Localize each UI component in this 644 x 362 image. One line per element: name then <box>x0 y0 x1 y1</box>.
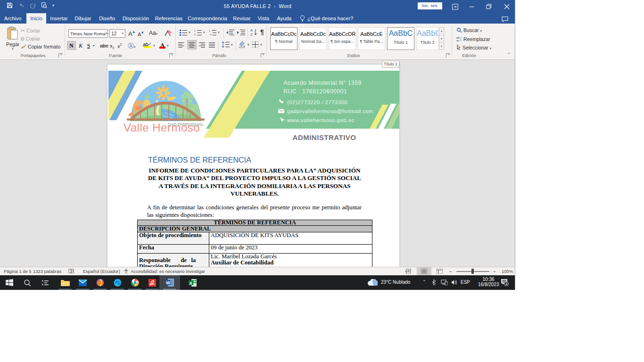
svg-text:W: W <box>166 280 170 285</box>
svg-text:GAD PARROQUIAL: GAD PARROQUIAL <box>168 122 204 127</box>
svg-text:4: 4 <box>505 282 507 286</box>
svg-text:1: 1 <box>209 30 210 33</box>
svg-text:Acuerdo Ministerial N° 1359: Acuerdo Ministerial N° 1359 <box>283 80 362 86</box>
svg-text:A: A <box>250 28 253 33</box>
svg-text:2: 2 <box>194 33 196 36</box>
svg-text:www.vallehermoso.gob.ec: www.vallehermoso.gob.ec <box>287 117 355 123</box>
svg-text:a: a <box>210 33 212 36</box>
svg-text:RUC : 1768120600001: RUC : 1768120600001 <box>283 88 347 95</box>
svg-text:X: X <box>189 280 192 285</box>
svg-text:Z: Z <box>250 33 253 36</box>
svg-text:1: 1 <box>194 29 196 32</box>
svg-text:gadprvallehermoso@hotmail.com: gadprvallehermoso@hotmail.com <box>287 108 373 114</box>
svg-text:(02)2773220 / 2773300: (02)2773220 / 2773300 <box>287 99 347 105</box>
svg-text:ac: ac <box>456 39 459 41</box>
